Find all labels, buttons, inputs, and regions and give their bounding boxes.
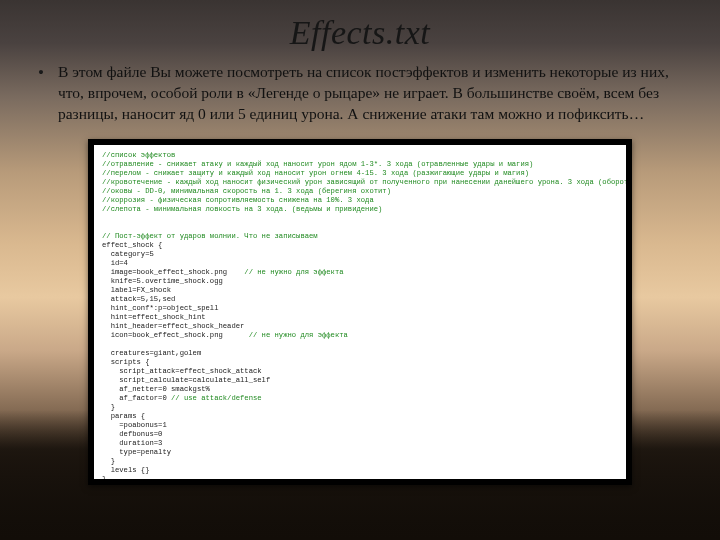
slide-title: Effects.txt (38, 14, 682, 52)
bullet-marker: • (38, 64, 44, 81)
body-row: • В этом файле Вы можете посмотреть на с… (38, 62, 682, 125)
code-screenshot-frame: //список эффектов //отравление - снижает… (88, 139, 632, 485)
slide-paragraph: В этом файле Вы можете посмотреть на спи… (58, 62, 682, 125)
code-text: //список эффектов //отравление - снижает… (102, 151, 618, 479)
slide-container: Effects.txt • В этом файле Вы можете пос… (0, 0, 720, 540)
code-screenshot-inner: //список эффектов //отравление - снижает… (94, 145, 626, 479)
